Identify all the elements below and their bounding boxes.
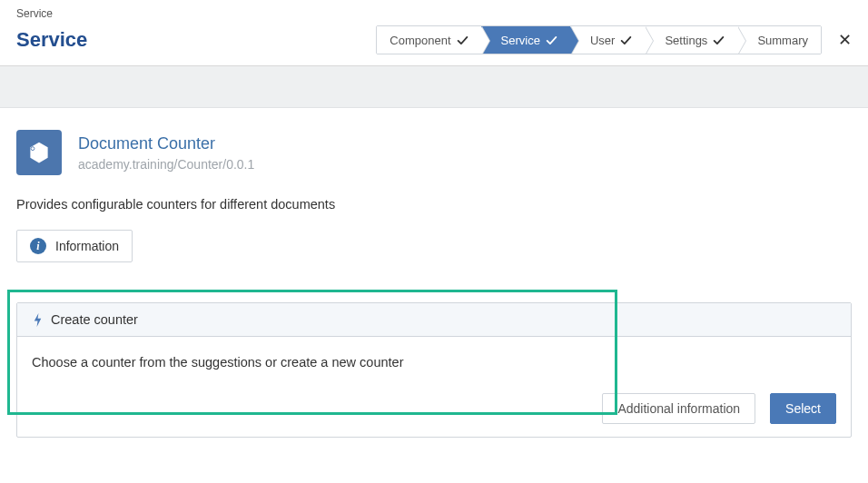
info-icon: i bbox=[30, 238, 46, 254]
check-icon bbox=[713, 34, 725, 46]
page-title: Service bbox=[16, 28, 87, 52]
service-titles: Document Counter academy.training/Counte… bbox=[78, 134, 254, 172]
wizard-step-label: Settings bbox=[665, 34, 707, 47]
service-description: Provides configurable counters for diffe… bbox=[16, 197, 852, 212]
wizard-step-user[interactable]: User bbox=[570, 26, 645, 54]
service-icon bbox=[16, 130, 62, 175]
wizard: Component Service User Settings bbox=[376, 25, 852, 54]
breadcrumb: Service bbox=[0, 0, 868, 20]
additional-information-button[interactable]: Additional information bbox=[602, 393, 755, 424]
information-button-label: Information bbox=[55, 239, 119, 253]
wizard-step-service[interactable]: Service bbox=[481, 26, 570, 54]
wizard-steps: Component Service User Settings bbox=[376, 25, 822, 54]
bolt-icon bbox=[32, 313, 44, 327]
card-header-label: Create counter bbox=[51, 312, 138, 327]
information-button[interactable]: i Information bbox=[16, 230, 133, 262]
card-footer: Additional information Select bbox=[17, 384, 851, 437]
content: Document Counter academy.training/Counte… bbox=[0, 108, 868, 438]
close-button[interactable]: ✕ bbox=[838, 30, 852, 50]
header: Service Component Service User bbox=[0, 20, 868, 66]
svg-marker-0 bbox=[30, 143, 47, 163]
wizard-step-summary[interactable]: Summary bbox=[737, 26, 821, 54]
service-path: academy.training/Counter/0.0.1 bbox=[78, 157, 254, 172]
check-icon bbox=[620, 34, 632, 46]
wizard-step-label: Component bbox=[390, 34, 450, 47]
wizard-step-label: Summary bbox=[757, 34, 808, 47]
card-header: Create counter bbox=[17, 303, 851, 337]
svg-point-1 bbox=[31, 147, 35, 151]
wizard-step-settings[interactable]: Settings bbox=[645, 26, 737, 54]
wizard-step-component[interactable]: Component bbox=[377, 26, 480, 54]
service-title: Document Counter bbox=[78, 134, 254, 153]
gray-bar bbox=[0, 66, 868, 108]
card-wrap: Create counter Choose a counter from the… bbox=[16, 302, 852, 438]
wizard-step-label: User bbox=[590, 34, 615, 47]
counter-card: Create counter Choose a counter from the… bbox=[16, 302, 852, 438]
check-icon bbox=[546, 34, 557, 46]
card-body: Choose a counter from the suggestions or… bbox=[17, 337, 851, 384]
wizard-step-label: Service bbox=[501, 34, 540, 47]
check-icon bbox=[457, 34, 469, 46]
service-header: Document Counter academy.training/Counte… bbox=[16, 130, 852, 175]
select-button[interactable]: Select bbox=[770, 393, 836, 424]
